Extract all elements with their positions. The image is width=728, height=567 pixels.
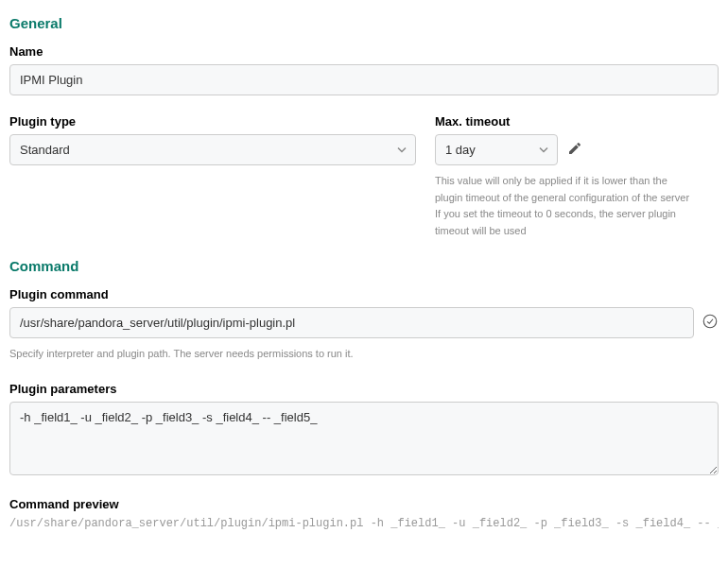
max-timeout-select[interactable]: 1 day bbox=[435, 134, 558, 165]
pencil-icon[interactable] bbox=[567, 141, 582, 159]
timeout-hint: This value will only be applied if it is… bbox=[435, 173, 719, 239]
check-circle-icon[interactable] bbox=[702, 313, 719, 333]
command-preview-text: /usr/share/pandora_server/util/plugin/ip… bbox=[9, 517, 719, 530]
plugin-parameters-label: Plugin parameters bbox=[9, 382, 719, 396]
plugin-type-label: Plugin type bbox=[9, 114, 416, 129]
section-heading-command: Command bbox=[9, 258, 719, 274]
svg-point-0 bbox=[703, 316, 717, 329]
plugin-parameters-textarea[interactable] bbox=[9, 402, 719, 475]
plugin-command-hint: Specify interpreter and plugin path. The… bbox=[9, 346, 719, 363]
max-timeout-label: Max. timeout bbox=[435, 114, 719, 129]
section-heading-general: General bbox=[9, 15, 719, 31]
plugin-command-label: Plugin command bbox=[9, 287, 719, 301]
command-preview-label: Command preview bbox=[9, 497, 719, 511]
name-label: Name bbox=[9, 44, 719, 59]
plugin-command-input[interactable] bbox=[9, 307, 694, 338]
name-input[interactable] bbox=[9, 64, 719, 95]
plugin-type-select[interactable]: Standard bbox=[9, 134, 416, 165]
